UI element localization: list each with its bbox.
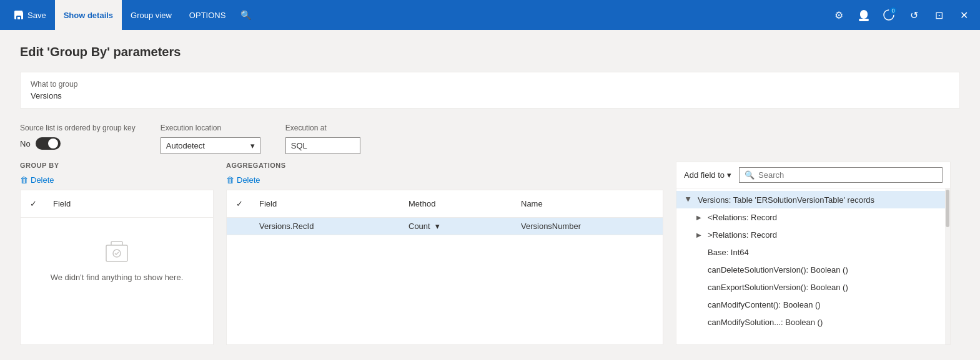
execution-location-dropdown[interactable]: Autodetect ▾ bbox=[161, 137, 260, 154]
show-details-button[interactable]: Show details bbox=[55, 0, 122, 30]
group-by-panel: GROUP BY 🗑 Delete ✓ Field We di bbox=[20, 162, 214, 345]
tree-label-relations-less: <Relations: Record bbox=[708, 213, 777, 222]
chevron-down-icon-add: ▾ bbox=[727, 170, 731, 180]
aggregations-delete-label: Delete bbox=[237, 175, 260, 185]
tree-item-can-modify-solution[interactable]: ▶ canModifySolution...: Boolean () bbox=[676, 313, 945, 331]
form-section: What to group Versions bbox=[20, 72, 960, 109]
right-panel: Add field to ▾ 🔍 ▶ Versions: Table 'ERSo… bbox=[676, 162, 951, 345]
tree-item-versions[interactable]: ▶ Versions: Table 'ERSolutionVersionTabl… bbox=[676, 191, 945, 208]
chevron-down-icon: ▾ bbox=[250, 141, 255, 150]
tree-label-can-export: canExportSolutionVersion(): Boolean () bbox=[708, 283, 848, 292]
agg-method-col: Method bbox=[401, 195, 513, 212]
group-by-empty-text: We didn't find anything to show here. bbox=[51, 273, 184, 282]
method-dropdown[interactable]: Count ▾ bbox=[408, 221, 506, 231]
empty-icon bbox=[101, 236, 132, 268]
tree-container: ▶ Versions: Table 'ERSolutionVersionTabl… bbox=[676, 188, 950, 344]
save-button[interactable]: Save bbox=[5, 0, 55, 30]
svg-rect-1 bbox=[859, 19, 869, 21]
search-box: 🔍 bbox=[739, 167, 943, 183]
search-button[interactable]: 🔍 bbox=[234, 0, 257, 30]
main-content: Edit 'Group By' parameters What to group… bbox=[0, 30, 980, 360]
source-ordered-label: Source list is ordered by group key bbox=[20, 124, 136, 132]
right-panel-header: Add field to ▾ 🔍 bbox=[676, 162, 950, 188]
scrollbar bbox=[945, 188, 950, 344]
notification-icon-button[interactable]: 0 bbox=[878, 4, 900, 26]
expand-icon-relations-more[interactable]: ▶ bbox=[694, 230, 704, 240]
titlebar-right-controls: ⚙ 0 ↺ ⊡ ✕ bbox=[828, 4, 975, 26]
execution-at-field: SQL bbox=[285, 137, 360, 154]
execution-location-group: Execution location Autodetect ▾ bbox=[161, 124, 260, 154]
execution-location-label: Execution location bbox=[161, 124, 260, 132]
agg-row-method: Count ▾ bbox=[401, 218, 513, 235]
tree-label-can-modify-solution: canModifySolution...: Boolean () bbox=[708, 318, 823, 327]
tree-label-relations-more: >Relations: Record bbox=[708, 230, 777, 240]
execution-at-label: Execution at bbox=[285, 124, 360, 132]
table-row: Versions.RecId Count ▾ VersionsNumber bbox=[227, 218, 663, 235]
execution-at-value: SQL bbox=[291, 141, 307, 150]
group-by-field-col: Field bbox=[46, 195, 213, 212]
options-row: Source list is ordered by group key No E… bbox=[20, 124, 960, 154]
group-by-header: GROUP BY bbox=[20, 162, 214, 169]
expand-icon-versions[interactable]: ▶ bbox=[684, 195, 694, 205]
svg-rect-0 bbox=[860, 10, 868, 19]
user-icon-button[interactable] bbox=[853, 4, 875, 26]
refresh-icon-button[interactable]: ↺ bbox=[903, 4, 925, 26]
search-icon: 🔍 bbox=[745, 170, 755, 180]
add-field-button[interactable]: Add field to ▾ bbox=[684, 170, 731, 180]
tree-item-base[interactable]: ▶ Base: Int64 bbox=[676, 243, 945, 261]
close-icon-button[interactable]: ✕ bbox=[953, 4, 975, 26]
agg-field-col: Field bbox=[252, 195, 401, 212]
tree-label-base: Base: Int64 bbox=[708, 248, 749, 257]
tree-item-relations-less[interactable]: ▶ <Relations: Record bbox=[676, 208, 945, 226]
notification-badge: 0 bbox=[889, 6, 898, 15]
group-by-delete-button[interactable]: 🗑 Delete bbox=[20, 174, 214, 186]
expand-icon-relations-less[interactable]: ▶ bbox=[694, 212, 704, 222]
trash-icon: 🗑 bbox=[20, 175, 28, 185]
what-to-group-value: Versions bbox=[31, 91, 949, 100]
tree-label-can-delete: canDeleteSolutionVersion(): Boolean () bbox=[708, 265, 848, 275]
aggregations-table: ✓ Field Method Name Versions.RecId Count… bbox=[226, 190, 663, 345]
aggregations-table-header: ✓ Field Method Name bbox=[227, 190, 663, 218]
group-by-table: ✓ Field We didn't find anything to show … bbox=[20, 190, 214, 345]
tree-item-relations-more[interactable]: ▶ >Relations: Record bbox=[676, 226, 945, 243]
what-to-group-label: What to group bbox=[31, 80, 949, 89]
tree-label-versions: Versions: Table 'ERSolutionVersionTable'… bbox=[698, 195, 874, 205]
agg-row-check bbox=[227, 223, 252, 230]
chevron-down-icon-method: ▾ bbox=[435, 221, 440, 231]
group-by-empty-state: We didn't find anything to show here. bbox=[21, 218, 213, 301]
source-ordered-value: No bbox=[20, 139, 31, 148]
titlebar: Save Show details Group view OPTIONS 🔍 ⚙… bbox=[0, 0, 980, 30]
execution-location-value: Autodetect bbox=[166, 141, 205, 150]
add-field-label: Add field to bbox=[684, 170, 725, 180]
tables-row: GROUP BY 🗑 Delete ✓ Field We di bbox=[20, 162, 960, 345]
group-view-button[interactable]: Group view bbox=[122, 0, 181, 30]
agg-name-col: Name bbox=[513, 195, 663, 212]
tree-item-can-delete[interactable]: ▶ canDeleteSolutionVersion(): Boolean () bbox=[676, 261, 945, 278]
aggregations-delete-button[interactable]: 🗑 Delete bbox=[226, 174, 663, 186]
method-value: Count bbox=[408, 221, 430, 231]
agg-row-name: VersionsNumber bbox=[513, 218, 663, 235]
group-by-delete-label: Delete bbox=[31, 175, 54, 185]
tree-label-can-modify: canModifyContent(): Boolean () bbox=[708, 300, 821, 309]
group-by-check-col: ✓ bbox=[21, 195, 46, 212]
tree-item-can-export[interactable]: ▶ canExportSolutionVersion(): Boolean () bbox=[676, 278, 945, 296]
tree-list: ▶ Versions: Table 'ERSolutionVersionTabl… bbox=[676, 188, 945, 344]
restore-icon-button[interactable]: ⊡ bbox=[928, 4, 950, 26]
tree-item-can-modify[interactable]: ▶ canModifyContent(): Boolean () bbox=[676, 296, 945, 313]
aggregations-panel: AGGREGATIONS 🗑 Delete ✓ Field Method Nam… bbox=[226, 162, 663, 345]
execution-at-group: Execution at SQL bbox=[285, 124, 360, 154]
search-input[interactable] bbox=[758, 170, 937, 180]
agg-row-field: Versions.RecId bbox=[252, 218, 401, 235]
source-ordered-group: Source list is ordered by group key No bbox=[20, 124, 136, 150]
trash-icon-agg: 🗑 bbox=[226, 175, 234, 185]
aggregations-header: AGGREGATIONS bbox=[226, 162, 663, 169]
page-title: Edit 'Group By' parameters bbox=[20, 45, 960, 59]
group-by-table-header: ✓ Field bbox=[21, 190, 213, 218]
options-button[interactable]: OPTIONS bbox=[181, 0, 235, 30]
settings-icon-button[interactable]: ⚙ bbox=[828, 4, 850, 26]
agg-check-col: ✓ bbox=[227, 195, 252, 212]
toggle-row: No bbox=[20, 137, 136, 150]
scrollbar-thumb[interactable] bbox=[946, 190, 949, 227]
source-ordered-toggle[interactable] bbox=[36, 137, 61, 150]
